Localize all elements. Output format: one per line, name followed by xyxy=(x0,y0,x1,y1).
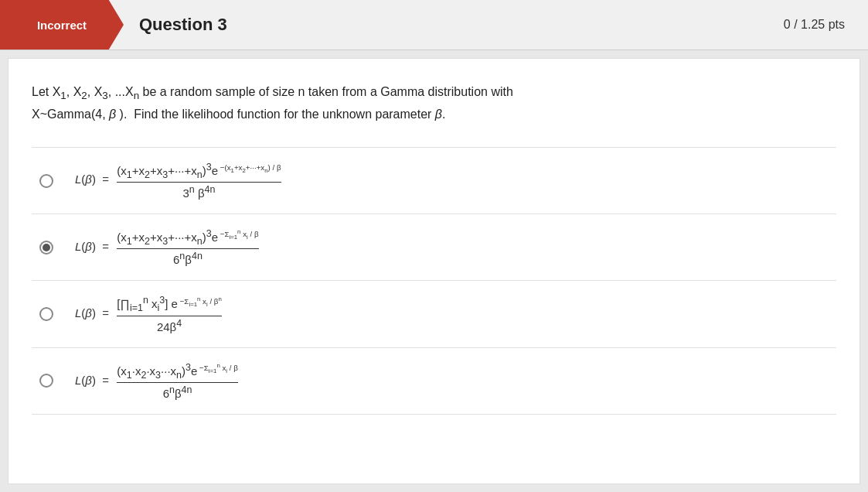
option-B[interactable]: L(β) = (x1+x2+x3+···+xn)3e −Σi=1n xi / β… xyxy=(32,214,836,280)
question-title: Question 3 xyxy=(124,15,784,35)
radio-A[interactable] xyxy=(39,174,53,188)
option-A[interactable]: L(β) = (x1+x2+x3+···+xn)3e −(x1+x2+···+x… xyxy=(32,147,836,214)
formula-C: L(β) = [∏i=1n xi3] e −Σi=1n xi / βn 24β4 xyxy=(75,295,223,333)
formula-A: L(β) = (x1+x2+x3+···+xn)3e −(x1+x2+···+x… xyxy=(75,162,283,200)
question-line2: X~Gamma(4, β ). Find the likelihood func… xyxy=(32,108,445,121)
question-body: Let X1, X2, X3, ...Xn be a random sample… xyxy=(8,58,860,484)
formula-B: L(β) = (x1+x2+x3+···+xn)3e −Σi=1n xi / β… xyxy=(75,228,260,266)
question-line1: Let X1, X2, X3, ...Xn be a random sample… xyxy=(32,85,513,98)
radio-D[interactable] xyxy=(39,374,53,388)
formula-D: L(β) = (x1·x2·x3···xn)3e −Σi=1n xi / β 6… xyxy=(75,362,240,400)
options-list: L(β) = (x1+x2+x3+···+xn)3e −(x1+x2+···+x… xyxy=(32,147,836,415)
incorrect-badge: Incorrect xyxy=(0,0,124,50)
question-text: Let X1, X2, X3, ...Xn be a random sample… xyxy=(32,82,836,124)
radio-C[interactable] xyxy=(39,307,53,321)
main-container: Incorrect Question 3 0 / 1.25 pts Let X1… xyxy=(0,0,868,492)
option-D[interactable]: L(β) = (x1·x2·x3···xn)3e −Σi=1n xi / β 6… xyxy=(32,347,836,415)
radio-B[interactable] xyxy=(39,241,53,255)
option-C[interactable]: L(β) = [∏i=1n xi3] e −Σi=1n xi / βn 24β4 xyxy=(32,280,836,347)
incorrect-label: Incorrect xyxy=(37,19,87,32)
pts-label: 0 / 1.25 pts xyxy=(784,18,868,32)
question-header: Incorrect Question 3 0 / 1.25 pts xyxy=(0,0,868,50)
